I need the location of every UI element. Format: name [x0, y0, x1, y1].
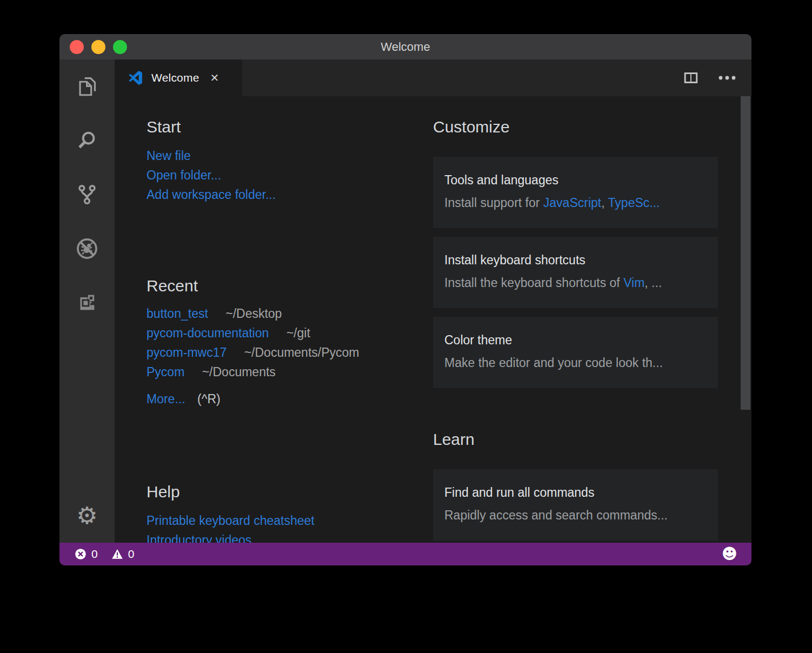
card-title: Install keyboard shortcuts [444, 252, 707, 268]
more-actions-icon[interactable] [718, 75, 736, 81]
recent-more-link[interactable]: More... [147, 392, 185, 406]
vscode-logo-icon [128, 70, 144, 86]
warning-count: 0 [128, 548, 135, 561]
recent-item-path: ~/Desktop [225, 306, 282, 321]
welcome-page: Start New file Open folder... Add worksp… [115, 96, 751, 543]
help-links: Printable keyboard cheatsheet Introducto… [147, 511, 406, 543]
start-heading: Start [147, 117, 406, 137]
open-folder-link[interactable]: Open folder... [147, 168, 221, 182]
recent-item-name[interactable]: button_test [147, 306, 208, 321]
tools-and-languages-card[interactable]: Tools and languages Install support for … [433, 157, 718, 228]
recent-item: pycom-documentation ~/git [147, 323, 406, 343]
recent-item: Pycom ~/Documents [147, 362, 406, 382]
activity-item-debug[interactable] [59, 222, 115, 276]
git-branch-icon [76, 183, 98, 206]
error-count: 0 [91, 548, 98, 561]
recent-more-shortcut: (^R) [197, 392, 221, 406]
start-links: New file Open folder... Add workspace fo… [147, 146, 406, 204]
card-description: Install support for JavaScript, TypeSc..… [444, 194, 707, 212]
welcome-right-column: Customize Tools and languages Install su… [433, 96, 726, 543]
desc-text: , [601, 196, 608, 210]
traffic-lights [70, 34, 127, 59]
recent-item-path: ~/Documents [202, 365, 276, 379]
keyboard-cheatsheet-link[interactable]: Printable keyboard cheatsheet [147, 514, 315, 528]
recent-item-path: ~/git [287, 326, 310, 340]
desktop-background: Welcome [0, 0, 812, 653]
list-item: Printable keyboard cheatsheet [147, 511, 406, 530]
warning-icon [111, 548, 123, 560]
add-workspace-folder-link[interactable]: Add workspace folder... [147, 188, 276, 202]
activity-item-explorer[interactable] [59, 59, 115, 114]
recent-more-row: More... (^R) [147, 389, 406, 409]
activity-item-settings[interactable]: ⚙ [59, 489, 115, 543]
activity-item-source-control[interactable] [59, 168, 115, 222]
recent-list: button_test ~/Desktop pycom-documentatio… [147, 304, 406, 382]
window-title: Welcome [381, 40, 430, 54]
search-icon [76, 129, 98, 152]
activity-bar: ⚙ [59, 59, 115, 543]
recent-item-path: ~/Documents/Pycom [244, 345, 360, 359]
recent-item: pycom-mwc17 ~/Documents/Pycom [147, 343, 406, 362]
find-run-commands-card[interactable]: Find and run all commands Rapidly access… [433, 469, 718, 541]
card-title: Tools and languages [444, 172, 707, 188]
split-editor-icon[interactable] [683, 71, 698, 84]
welcome-left-column: Start New file Open folder... Add worksp… [147, 96, 406, 543]
extensions-icon [76, 292, 98, 314]
desc-text: , ... [644, 276, 662, 290]
gear-icon: ⚙ [76, 504, 97, 528]
editor-scrollbar[interactable] [741, 96, 750, 410]
list-item: Add workspace folder... [147, 185, 406, 204]
list-item: Open folder... [147, 165, 406, 185]
desc-text: Install support for [444, 196, 543, 210]
card-description: Rapidly access and search commands... [444, 506, 707, 524]
introductory-videos-link[interactable]: Introductory videos [147, 533, 251, 543]
no-bug-debug-icon [75, 237, 99, 261]
list-item: Introductory videos [147, 530, 406, 543]
tab-bar: Welcome ✕ [115, 59, 751, 96]
activity-item-search[interactable] [59, 114, 115, 168]
desc-text: Install the keyboard shortcuts of [444, 276, 623, 290]
error-icon [75, 548, 86, 560]
vim-link[interactable]: Vim [623, 276, 644, 290]
feedback-smiley-icon[interactable]: ☻ [722, 545, 737, 563]
color-theme-card[interactable]: Color theme Make the editor and your cod… [433, 317, 718, 388]
card-description: Make the editor and your code look th... [444, 354, 707, 372]
help-heading: Help [147, 482, 406, 502]
recent-heading: Recent [147, 276, 406, 296]
tab-welcome[interactable]: Welcome ✕ [115, 59, 242, 96]
recent-item: button_test ~/Desktop [147, 304, 406, 323]
close-window-button[interactable] [70, 40, 84, 54]
customize-heading: Customize [433, 117, 726, 137]
javascript-link[interactable]: JavaScript [543, 196, 601, 210]
titlebar: Welcome [59, 34, 751, 59]
learn-heading: Learn [433, 429, 726, 450]
card-title: Find and run all commands [444, 484, 707, 501]
customize-cards: Tools and languages Install support for … [433, 157, 726, 388]
typescript-link[interactable]: TypeSc... [608, 196, 660, 210]
close-tab-icon[interactable]: ✕ [210, 71, 219, 84]
card-description: Install the keyboard shortcuts of Vim, .… [444, 274, 707, 292]
editor-actions [683, 59, 736, 96]
activity-item-extensions[interactable] [59, 276, 115, 330]
vscode-window: Welcome [59, 34, 751, 565]
problems-indicator[interactable]: 0 0 [75, 548, 134, 561]
keyboard-shortcuts-card[interactable]: Install keyboard shortcuts Install the k… [433, 237, 718, 308]
files-icon [76, 75, 98, 98]
recent-item-name[interactable]: pycom-documentation [147, 326, 269, 340]
card-title: Color theme [444, 332, 707, 348]
minimize-window-button[interactable] [91, 40, 105, 54]
status-bar-right: ☻ [722, 547, 737, 562]
recent-item-name[interactable]: pycom-mwc17 [147, 345, 227, 359]
list-item: New file [147, 146, 406, 165]
tab-label: Welcome [151, 71, 199, 84]
recent-item-name[interactable]: Pycom [147, 365, 184, 379]
learn-cards: Find and run all commands Rapidly access… [433, 469, 726, 541]
new-file-link[interactable]: New file [147, 149, 191, 163]
status-bar: 0 0 ☻ [59, 543, 751, 565]
zoom-window-button[interactable] [113, 40, 127, 54]
